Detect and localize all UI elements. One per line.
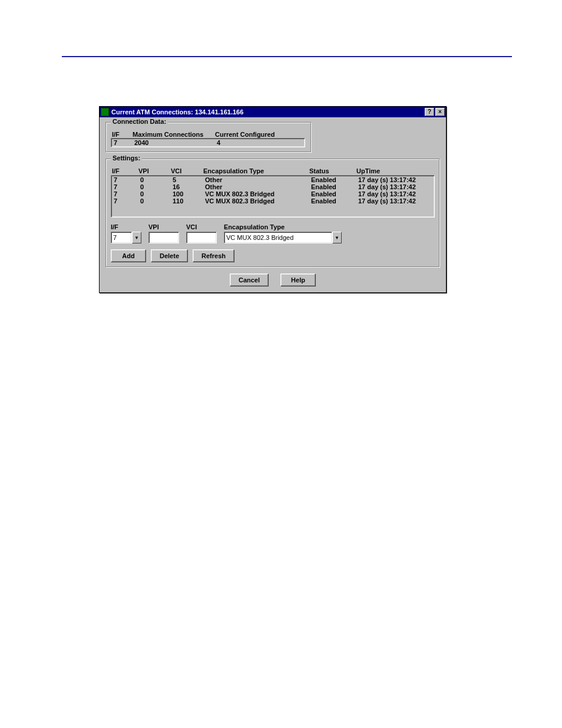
- form-label-vci: VCI: [186, 223, 217, 230]
- connection-data-row: 7 2040 4: [111, 138, 305, 147]
- form-label-enc: Encapsulation Type: [224, 223, 342, 230]
- cell-vpi: 0: [139, 197, 171, 205]
- table-row[interactable]: 70110VC MUX 802.3 BridgedEnabled17 day (…: [113, 197, 433, 205]
- chevron-down-icon: ▼: [335, 235, 339, 241]
- cell-vci: 110: [171, 197, 204, 205]
- if-select-dropdown-button[interactable]: ▼: [132, 232, 141, 243]
- cell-vci: 5: [171, 176, 204, 183]
- hdr-enc: Encapsulation Type: [203, 167, 309, 174]
- settings-listbox[interactable]: 705OtherEnabled17 day (s) 13:17:427016Ot…: [111, 175, 435, 218]
- table-row[interactable]: 705OtherEnabled17 day (s) 13:17:42: [113, 176, 433, 183]
- vpi-input[interactable]: [148, 232, 179, 243]
- cell-enc: Other: [204, 176, 310, 183]
- settings-table-header: I/F VPI VCI Encapsulation Type Status Up…: [111, 167, 435, 175]
- connection-data-legend: Connection Data:: [111, 118, 168, 125]
- help-button[interactable]: Help: [280, 274, 316, 286]
- settings-group: Settings: I/F VPI VCI Encapsulation Type…: [105, 159, 440, 268]
- app-icon: [101, 108, 109, 116]
- cell-vci: 16: [171, 183, 204, 190]
- cell-if: 7: [113, 176, 139, 183]
- cell-status: Enabled: [310, 176, 357, 183]
- titlebar: Current ATM Connections: 134.141.161.166…: [100, 107, 446, 117]
- hdr-vpi: VPI: [138, 167, 171, 174]
- hdr-vci: VCI: [171, 167, 203, 174]
- cell-status: Enabled: [310, 197, 357, 205]
- cell-if: 7: [113, 183, 139, 190]
- cell-uptime: 17 day (s) 13:17:42: [357, 183, 445, 190]
- cell-status: Enabled: [310, 190, 357, 197]
- encapsulation-select-value[interactable]: VC MUX 802.3 Bridged: [224, 232, 332, 243]
- window-title: Current ATM Connections: 134.141.161.166: [111, 108, 424, 116]
- titlebar-close-button[interactable]: ×: [435, 108, 445, 116]
- hdr-if: I/F: [112, 167, 138, 174]
- titlebar-help-button[interactable]: ?: [425, 108, 434, 116]
- conn-max: 2040: [132, 139, 214, 146]
- settings-legend: Settings:: [111, 154, 142, 162]
- cell-enc: VC MUX 802.3 Bridged: [204, 190, 310, 197]
- add-button[interactable]: Add: [111, 249, 146, 262]
- cell-status: Enabled: [310, 183, 357, 190]
- conn-header-if: I/F: [111, 131, 131, 138]
- cell-enc: Other: [204, 183, 310, 190]
- form-label-vpi: VPI: [148, 223, 179, 230]
- cell-uptime: 17 day (s) 13:17:42: [357, 176, 445, 183]
- conn-cur: 4: [214, 139, 306, 146]
- cell-uptime: 17 day (s) 13:17:42: [357, 190, 445, 197]
- hdr-status: Status: [309, 167, 356, 174]
- vci-input[interactable]: [186, 232, 217, 243]
- chevron-down-icon: ▼: [134, 235, 139, 241]
- hdr-uptime: UpTime: [356, 167, 445, 174]
- atm-connections-dialog: Current ATM Connections: 134.141.161.166…: [99, 106, 447, 293]
- cell-enc: VC MUX 802.3 Bridged: [204, 197, 310, 205]
- cell-vci: 100: [171, 190, 204, 197]
- cancel-button[interactable]: Cancel: [230, 274, 269, 286]
- cell-if: 7: [113, 190, 139, 197]
- conn-header-max: Maximum Connections: [131, 131, 214, 138]
- if-select-value[interactable]: 7: [111, 232, 132, 243]
- refresh-button[interactable]: Refresh: [193, 249, 234, 262]
- cell-uptime: 17 day (s) 13:17:42: [357, 197, 445, 205]
- table-row[interactable]: 70100VC MUX 802.3 BridgedEnabled17 day (…: [113, 190, 433, 197]
- cell-vpi: 0: [139, 190, 171, 197]
- conn-header-cur: Current Configured: [214, 131, 305, 138]
- conn-if: 7: [111, 139, 132, 146]
- delete-button[interactable]: Delete: [151, 249, 188, 262]
- header-rule: [62, 56, 512, 57]
- form-label-if: I/F: [111, 223, 141, 230]
- table-row[interactable]: 7016OtherEnabled17 day (s) 13:17:42: [113, 183, 433, 190]
- connection-data-group: Connection Data: I/F Maximum Connections…: [105, 122, 312, 153]
- encapsulation-dropdown-button[interactable]: ▼: [332, 232, 342, 243]
- cell-vpi: 0: [139, 183, 171, 190]
- cell-if: 7: [113, 197, 139, 205]
- cell-vpi: 0: [139, 176, 171, 183]
